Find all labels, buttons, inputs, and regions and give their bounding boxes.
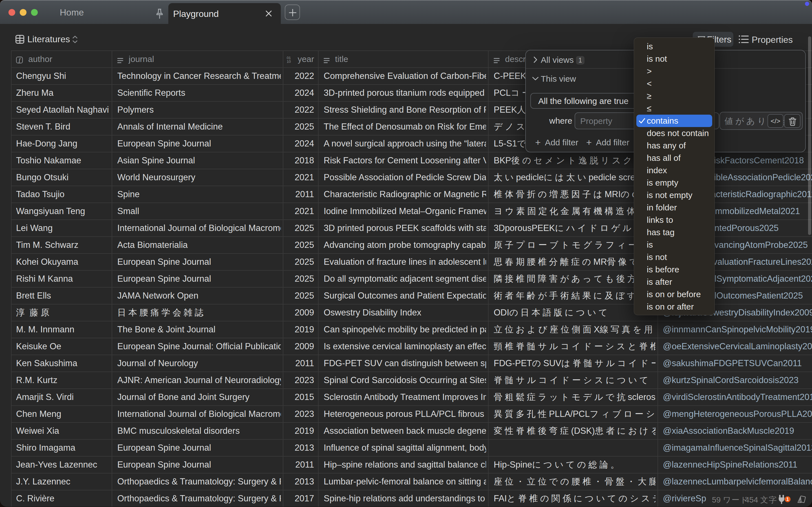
svg-text:10: 10 (287, 59, 291, 63)
svg-text:f: f (19, 57, 21, 63)
